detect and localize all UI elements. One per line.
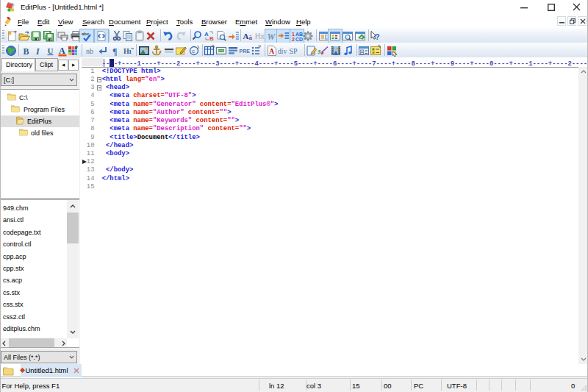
svg-text:U: U (48, 46, 54, 55)
svg-text:ā: ā (249, 34, 253, 41)
svg-text:¶: ¶ (112, 46, 117, 57)
svg-text:c: c (192, 48, 195, 54)
svg-text:B: B (24, 46, 29, 57)
svg-text:nb: nb (86, 47, 93, 55)
svg-text:SP: SP (289, 47, 298, 55)
svg-text:1: 1 (292, 31, 295, 36)
svg-text:s: s (318, 46, 321, 55)
svg-text:PRE: PRE (239, 49, 250, 54)
svg-text:abc: abc (82, 32, 90, 36)
svg-text:Hı̃: Hı̃ (123, 47, 135, 55)
svg-text:I: I (35, 46, 40, 57)
svg-text:A: A (243, 32, 249, 40)
svg-text:A: A (269, 46, 275, 54)
svg-text:Hx: Hx (255, 32, 265, 40)
svg-text:div: div (278, 48, 287, 55)
svg-text:2: 2 (292, 37, 295, 42)
svg-text:A: A (204, 31, 209, 38)
svg-text:B: B (209, 35, 214, 42)
svg-text:?: ? (375, 32, 380, 40)
svg-text:W: W (268, 31, 276, 41)
svg-text:A: A (59, 45, 65, 55)
